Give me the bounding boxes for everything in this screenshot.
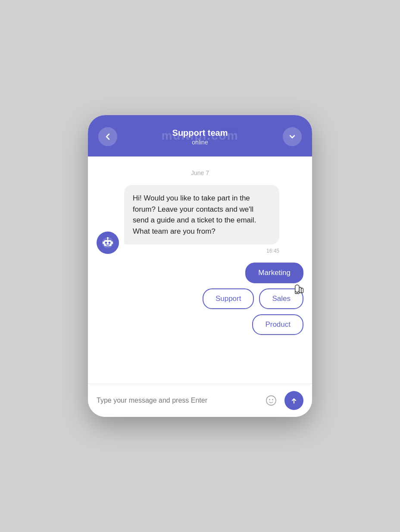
svg-point-4 [105,242,107,244]
chat-window: multipl.com Support team online June 7 [88,115,312,417]
bot-avatar [97,232,119,254]
quick-reply-row-middle: Support Sales [203,288,303,309]
back-button[interactable] [98,127,117,146]
bot-bubble: Hi! Would you like to take part in the f… [124,185,279,244]
chat-body: June 7 [88,156,312,384]
quick-replies: Marketing 👋✋ Support Sales Product [97,263,303,335]
quick-reply-sales[interactable]: Sales [259,288,303,309]
chat-input-area [88,384,312,417]
message-time: 16:45 [124,248,279,254]
quick-reply-row-top: Marketing 👋✋ [245,263,303,283]
header-center: Support team online [172,128,228,146]
send-button[interactable] [284,391,303,410]
date-label: June 7 [97,169,303,176]
quick-reply-support[interactable]: Support [203,288,254,309]
svg-point-9 [269,399,270,401]
svg-point-8 [266,396,276,405]
bot-message-text: Hi! Would you like to take part in the f… [133,194,256,235]
cursor-overlay: Marketing 👋✋ [245,263,303,283]
chat-status: online [172,139,228,146]
svg-point-1 [107,237,109,239]
bot-bubble-wrap: Hi! Would you like to take part in the f… [124,185,279,254]
quick-reply-marketing[interactable]: Marketing [245,263,303,283]
chat-title: Support team [172,128,228,138]
bot-message-row: Hi! Would you like to take part in the f… [97,185,303,254]
collapse-button[interactable] [283,127,302,146]
svg-point-10 [272,399,273,401]
svg-rect-7 [112,241,113,244]
message-input[interactable] [97,397,258,404]
emoji-button[interactable] [263,392,279,409]
svg-point-5 [109,242,111,244]
svg-rect-6 [103,241,104,244]
quick-reply-row-bottom: Product [252,314,303,335]
chat-header: multipl.com Support team online [88,115,312,156]
quick-reply-product[interactable]: Product [252,314,303,335]
